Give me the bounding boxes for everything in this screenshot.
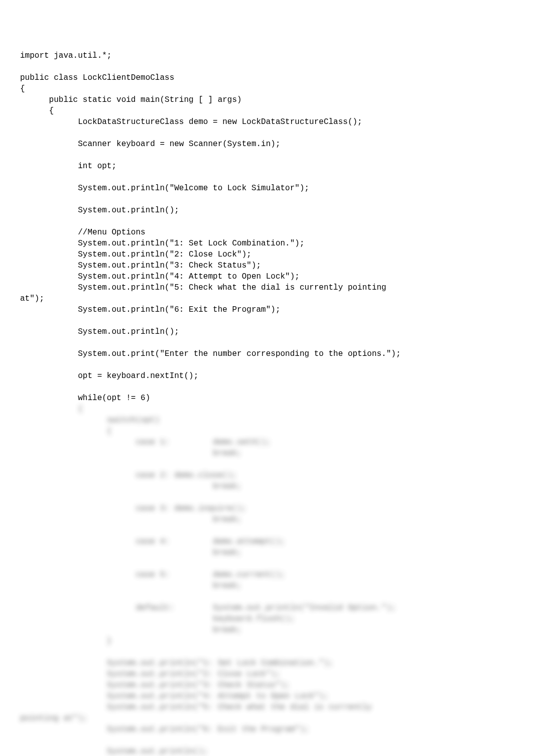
code-block-clear: import java.util.*; public class LockCli… bbox=[20, 50, 513, 404]
document-page: import java.util.*; public class LockCli… bbox=[0, 0, 533, 756]
code-block-blurred: { switch(opt) { case 1: demo.setX(); bre… bbox=[20, 404, 513, 756]
